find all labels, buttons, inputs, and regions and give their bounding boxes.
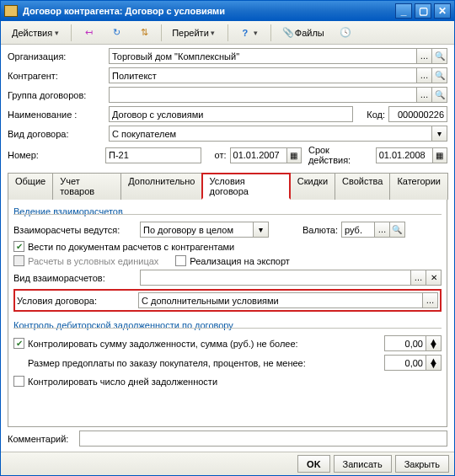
comment-input[interactable] (79, 431, 447, 447)
control-sum-input[interactable]: 0,00 (384, 335, 426, 351)
minimize-button[interactable]: _ (395, 3, 412, 19)
settle-label: Взаиморасчеты ведутся: (13, 225, 140, 235)
go-menu[interactable]: Перейти▾ (166, 24, 223, 42)
from-input[interactable]: 01.01.2007 (230, 147, 287, 163)
chk-cond-units-label: Расчеты в условных единицах (28, 256, 158, 266)
close-button[interactable]: ✕ (434, 3, 451, 19)
tab-panel: Ведение взаиморасчетов Взаиморасчеты вед… (8, 200, 447, 427)
tab-props[interactable]: Свойства (335, 173, 390, 200)
prepay-input[interactable]: 0,00 (384, 355, 426, 371)
group-search-icon[interactable]: 🔍 (432, 87, 447, 103)
type-input[interactable]: С покупателем (109, 126, 432, 142)
org-label: Организация: (8, 51, 109, 62)
prepay-spinner[interactable]: ▲▼ (426, 355, 442, 371)
cond-input[interactable]: С дополнительными условиями (138, 292, 423, 308)
validity-calendar-icon[interactable]: ▦ (433, 147, 447, 163)
org-input[interactable]: Торговый дом "Комплексный" (109, 48, 417, 64)
refresh-icon[interactable]: ↻ (104, 24, 129, 42)
group-settlements-title: Ведение взаиморасчетов (13, 206, 442, 217)
chk-days-label: Контролировать число дней задолженности (28, 377, 217, 387)
chk-cond-units (13, 255, 24, 266)
org-search-icon[interactable]: 🔍 (432, 48, 447, 64)
chk-control-sum[interactable]: ✔ (13, 338, 24, 349)
type-dropdown-icon[interactable]: ▾ (432, 126, 447, 142)
from-label: от: (206, 150, 226, 160)
help-icon[interactable]: ?▾ (233, 24, 266, 42)
files-button[interactable]: 📎Файлы (276, 24, 330, 42)
contr-input[interactable]: Политекст (109, 67, 417, 83)
contr-ellipsis-button[interactable]: … (417, 67, 432, 83)
chk-docs-label: Вести по документам расчетов с контраген… (28, 242, 234, 252)
type-label: Вид договора: (8, 129, 109, 139)
group-debt-title: Контроль дебиторской задолженности по до… (13, 320, 442, 330)
tree-icon[interactable]: ⇅ (131, 24, 157, 42)
group-label: Группа договоров: (8, 90, 109, 100)
window-title: Договор контрагента: Договор с условиями (23, 6, 225, 16)
chk-docs[interactable]: ✔ (13, 241, 24, 252)
settle-type-label: Вид взаиморасчетов: (13, 273, 140, 283)
contr-search-icon[interactable]: 🔍 (432, 67, 447, 83)
tab-conditions[interactable]: Условия договора (201, 173, 290, 200)
currency-ellipsis-button[interactable]: … (375, 222, 390, 238)
chk-control-sum-label: Контролировать сумму задолженности, сумм… (28, 339, 298, 349)
settle-input[interactable]: По договору в целом (140, 222, 254, 238)
org-ellipsis-button[interactable]: … (417, 48, 432, 64)
toolbar: Действия▾ ↤ ↻ ⇅ Перейти▾ ?▾ 📎Файлы 🕓 (1, 21, 454, 45)
tab-categories[interactable]: Категории (389, 173, 448, 200)
settle-type-clear-icon[interactable]: ✕ (426, 270, 442, 286)
tab-discounts[interactable]: Скидки (290, 173, 335, 200)
num-input[interactable]: П-21 (105, 147, 201, 163)
actions-menu[interactable]: Действия▾ (6, 24, 67, 42)
settle-dropdown-icon[interactable]: ▾ (254, 222, 269, 238)
tab-extra[interactable]: Дополнительно (120, 173, 202, 200)
chk-days[interactable] (13, 376, 24, 387)
close-form-button[interactable]: Закрыть (395, 455, 449, 473)
save-button[interactable]: Записать (334, 455, 392, 473)
name-input[interactable]: Договор с условиями (109, 106, 353, 122)
contr-label: Контрагент: (8, 71, 109, 81)
title-bar: Договор контрагента: Договор с условиями… (1, 1, 454, 21)
comment-label: Комментарий: (8, 434, 79, 444)
validity-label: Срок действия: (308, 145, 372, 165)
currency-label: Валюта: (302, 225, 338, 235)
back-icon[interactable]: ↤ (76, 24, 101, 42)
window-icon (4, 5, 18, 17)
control-sum-spinner[interactable]: ▲▼ (426, 335, 442, 351)
currency-input[interactable]: руб. (341, 222, 375, 238)
code-input[interactable]: 000000226 (388, 106, 447, 122)
chk-export-label: Реализация на экспорт (190, 256, 290, 266)
cond-ellipsis-button[interactable]: … (423, 292, 438, 308)
num-label: Номер: (8, 150, 105, 160)
currency-search-icon[interactable]: 🔍 (390, 222, 405, 238)
code-label: Код: (360, 110, 385, 120)
settle-type-input[interactable] (140, 270, 411, 286)
ok-button[interactable]: OK (297, 455, 330, 473)
cond-label: Условия договора: (17, 296, 138, 306)
group-ellipsis-button[interactable]: … (417, 87, 432, 103)
maximize-button[interactable]: ▢ (415, 3, 431, 19)
from-calendar-icon[interactable]: ▦ (287, 147, 302, 163)
conditions-highlight: Условия договора: С дополнительными усло… (13, 289, 442, 312)
tab-goods[interactable]: Учет товаров (52, 173, 121, 200)
validity-input[interactable]: 01.01.2008 (376, 147, 433, 163)
tab-common[interactable]: Общие (8, 173, 53, 200)
chk-export[interactable] (175, 255, 186, 266)
group-input[interactable] (109, 87, 417, 103)
footer: OK Записать Закрыть (1, 452, 454, 475)
tabs: Общие Учет товаров Дополнительно Условия… (8, 172, 447, 200)
settle-type-ellipsis-button[interactable]: … (411, 270, 426, 286)
prepay-label: Размер предоплаты по заказу покупателя, … (28, 358, 306, 368)
name-label: Наименование : (8, 110, 109, 120)
clock-icon[interactable]: 🕓 (333, 24, 358, 42)
